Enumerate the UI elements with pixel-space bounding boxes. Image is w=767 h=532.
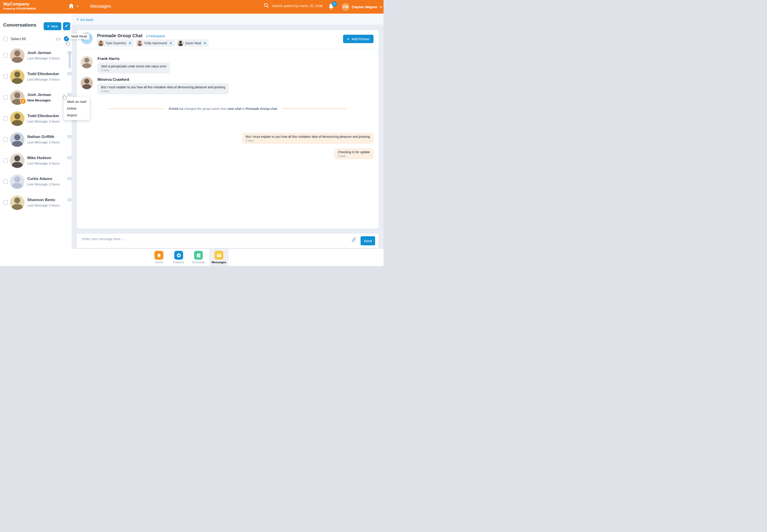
row-menu-icon[interactable] <box>67 177 72 180</box>
message-time: 2 mins <box>338 155 370 158</box>
nav-label: Messeges <box>209 261 229 264</box>
row-checkbox[interactable] <box>3 158 8 163</box>
row-context-menu: Mark as read Delete Report <box>64 97 90 120</box>
participant-chip: Tyler Guerrero ✕ <box>97 39 134 47</box>
user-menu[interactable]: CW Clayton Wagner <box>342 3 382 11</box>
conversations-sidebar: Conversations + New Select All ✓ Mark Re… <box>0 14 72 266</box>
home-icon <box>68 3 74 10</box>
remove-participant-icon[interactable]: ✕ <box>204 41 206 45</box>
menu-item-delete[interactable]: Delete <box>64 105 90 112</box>
add-person-button[interactable]: + Add Person <box>343 35 374 43</box>
go-back-label: Go back <box>80 18 93 22</box>
group-chat-title: Premade Group Chat <box>97 33 142 38</box>
participants-link[interactable]: 3 Participants <box>146 34 165 38</box>
menu-item-report[interactable]: Report <box>64 112 90 119</box>
nav-item-schedule[interactable]: Schedule <box>189 249 208 266</box>
system-old-name: new chat <box>228 107 241 111</box>
patients-nav-icon <box>174 251 183 260</box>
select-all-checkbox[interactable] <box>3 37 8 41</box>
message-bubble-incoming: Sed ut perspiciatis unde omnis iste natu… <box>97 62 170 74</box>
contact-avatar <box>10 132 25 147</box>
nav-label: Schedule <box>189 261 208 264</box>
send-button[interactable]: Send <box>361 236 375 245</box>
row-checkbox[interactable] <box>3 179 8 184</box>
message-bubble-outgoing: Checking In for update 2 mins <box>334 148 374 159</box>
message-time: 2 mins <box>101 69 166 72</box>
conversation-row[interactable]: Todd Ellenbecker Last Message 3 hours <box>0 66 72 87</box>
participant-avatar <box>137 40 143 46</box>
message-author-name: Minerva Crawford <box>97 77 129 82</box>
menu-item-mark-as-read[interactable]: Mark as read <box>64 98 90 105</box>
message-bubble-incoming: But I must explain to you how all this m… <box>97 83 229 94</box>
chat-panel: Premade Group Chat 3 Participants Tyler … <box>76 30 379 229</box>
patient-search <box>264 3 329 9</box>
contact-avatar <box>10 111 25 126</box>
contact-avatar <box>10 153 25 168</box>
remove-participant-icon[interactable]: ✕ <box>169 41 172 45</box>
nav-item-messages-active[interactable]: Messeges <box>209 249 229 266</box>
message-time: 2 mins <box>246 139 370 142</box>
eye-icon[interactable] <box>56 37 61 42</box>
last-message-label: Last Message 3 hours <box>27 140 60 144</box>
nav-item-patients[interactable]: Patients <box>169 249 188 266</box>
contact-name: Todd Ellenbecker <box>27 114 59 118</box>
message-author-name: Frank Harris <box>97 57 119 61</box>
row-checkbox[interactable] <box>3 53 8 58</box>
cursor-hand-icon <box>65 40 70 47</box>
new-messages-label: New Messages <box>27 99 51 102</box>
back-chevron-icon: ‹ <box>77 17 78 22</box>
row-menu-icon[interactable] <box>67 72 72 75</box>
nav-item-home[interactable]: Home <box>149 249 168 266</box>
participant-chips: Tyler Guerrero ✕ Polly Hammond ✕ Gavin N… <box>97 39 209 47</box>
row-checkbox[interactable] <box>3 116 8 121</box>
plus-icon: + <box>47 24 49 29</box>
conversation-row[interactable]: Josh Jerman Last Message 3 hours <box>0 45 72 66</box>
conversation-row[interactable]: Todd Ellenbecker Last Message 3 hours <box>0 108 72 129</box>
remove-participant-icon[interactable]: ✕ <box>128 41 131 45</box>
user-name: Clayton Wagner <box>352 5 378 9</box>
message-text: But I must explain to you how all this m… <box>246 135 370 138</box>
contact-name: Curtis Adams <box>27 177 52 181</box>
contact-name: Nathan Griffith <box>27 135 54 139</box>
contact-name: Josh Jerman <box>27 51 51 55</box>
new-conversation-button[interactable]: + New <box>44 22 61 30</box>
conversation-row[interactable]: Mike Hudson Last Message 3 hours <box>0 150 72 171</box>
notifications-button[interactable]: 7 <box>328 3 338 12</box>
row-checkbox[interactable] <box>3 200 8 205</box>
last-message-label: Last Message 3 hours <box>27 57 60 60</box>
message-text: Checking In for update <box>338 150 370 154</box>
home-nav-button[interactable] <box>68 3 79 10</box>
conversation-row[interactable]: Curtis Adams Last Message 3 hours <box>0 171 72 192</box>
notification-count-badge: 7 <box>332 1 337 7</box>
select-all-label: Select All <box>11 37 26 41</box>
sidebar-scrollbar-thumb[interactable] <box>69 52 71 69</box>
message-input[interactable] <box>82 236 345 242</box>
attachment-paperclip-icon[interactable] <box>351 237 357 245</box>
participant-name: Polly Hammond <box>144 41 167 45</box>
row-checkbox[interactable] <box>3 74 8 79</box>
row-menu-icon[interactable] <box>67 135 72 138</box>
row-menu-icon[interactable] <box>67 93 72 96</box>
go-back-link[interactable]: ‹ Go back <box>77 17 93 22</box>
conversation-row[interactable]: Shannon Benic Last Message 3 hours <box>0 192 72 213</box>
messages-nav-icon <box>215 251 223 260</box>
row-menu-icon[interactable] <box>67 198 72 201</box>
participant-chip: Polly Hammond ✕ <box>136 39 175 47</box>
add-person-label: Add Person <box>352 37 369 41</box>
compose-button[interactable] <box>63 22 70 30</box>
search-input[interactable] <box>272 4 329 8</box>
home-caret-down-icon[interactable] <box>76 6 79 7</box>
participant-name: Gavin Neal <box>185 41 201 45</box>
schedule-nav-icon <box>194 251 203 260</box>
message-input-card: Send <box>76 233 379 248</box>
row-menu-icon[interactable] <box>67 156 72 159</box>
plus-icon: + <box>347 37 349 41</box>
conversation-row-unread[interactable]: 4 Josh Jerman New Messages <box>0 87 72 108</box>
contact-name: Mike Hudson <box>27 156 51 160</box>
system-new-name: Premade Group chat <box>246 107 277 111</box>
row-checkbox[interactable] <box>3 137 8 142</box>
search-icon[interactable] <box>264 3 269 9</box>
conversation-row[interactable]: Nathan Griffith Last Message 3 hours <box>0 129 72 150</box>
row-checkbox[interactable] <box>3 95 8 100</box>
participant-chip: Gavin Neal ✕ <box>177 39 209 47</box>
